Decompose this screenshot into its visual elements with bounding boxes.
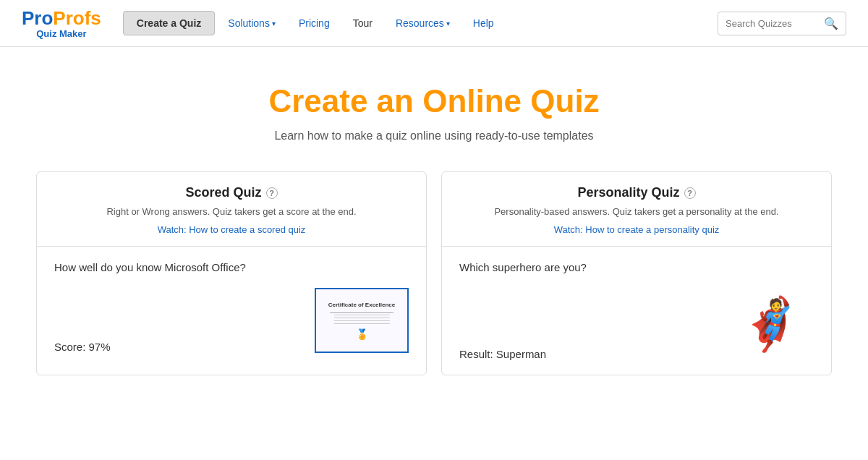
scored-preview: Score: 97% Certificate of Excellence 🏅 bbox=[54, 288, 409, 353]
help-nav[interactable]: Help bbox=[463, 12, 504, 35]
personality-question: Which superhero are you? bbox=[459, 261, 814, 273]
create-quiz-button[interactable]: Create a Quiz bbox=[123, 11, 215, 35]
resources-nav[interactable]: Resources ▾ bbox=[386, 12, 460, 35]
hero-section: Create an Online Quiz Learn how to make … bbox=[0, 47, 868, 171]
solutions-nav[interactable]: Solutions ▾ bbox=[218, 12, 286, 35]
certificate-image: Certificate of Excellence 🏅 bbox=[315, 288, 409, 353]
scored-card-body: How well do you know Microsoft Office? S… bbox=[37, 247, 426, 367]
cert-line-1 bbox=[334, 315, 390, 315]
tour-nav[interactable]: Tour bbox=[343, 12, 383, 35]
hero-title: Create an Online Quiz bbox=[14, 83, 854, 119]
cert-line-2 bbox=[334, 318, 390, 318]
cert-line-4 bbox=[334, 323, 390, 324]
scored-watch-link[interactable]: Watch: How to create a scored quiz bbox=[158, 224, 306, 235]
scored-question: How well do you know Microsoft Office? bbox=[54, 261, 409, 273]
personality-card-body: Which superhero are you? Result: Superma… bbox=[442, 247, 831, 375]
personality-desc: Personality-based answers. Quiz takers g… bbox=[456, 206, 817, 217]
solutions-label: Solutions bbox=[228, 17, 270, 29]
logo-profs: Profs bbox=[53, 7, 101, 29]
scored-card-title: Scored Quiz ? bbox=[51, 185, 412, 200]
header: ProProfs Quiz Maker Create a Quiz Soluti… bbox=[0, 0, 868, 47]
cert-lines bbox=[322, 315, 401, 324]
cert-title-text: Certificate of Excellence bbox=[328, 302, 395, 308]
personality-quiz-card: Personality Quiz ? Personality-based ans… bbox=[441, 171, 832, 375]
scored-score-label: Score: 97% bbox=[54, 341, 111, 353]
scored-help-icon[interactable]: ? bbox=[266, 187, 278, 199]
resources-label: Resources bbox=[396, 17, 444, 29]
search-box[interactable]: 🔍 bbox=[718, 12, 846, 35]
personality-preview: Result: Superman 🦸 bbox=[459, 288, 814, 360]
personality-result-label: Result: Superman bbox=[459, 348, 546, 360]
pricing-nav[interactable]: Pricing bbox=[289, 12, 340, 35]
cert-medal-icon: 🏅 bbox=[356, 328, 368, 340]
scored-title-text: Scored Quiz bbox=[185, 185, 261, 200]
personality-title-text: Personality Quiz bbox=[577, 185, 679, 200]
cards-section: Scored Quiz ? Right or Wrong answers. Qu… bbox=[14, 171, 854, 404]
personality-card-title: Personality Quiz ? bbox=[456, 185, 817, 200]
personality-watch-link[interactable]: Watch: How to create a personality quiz bbox=[554, 224, 720, 235]
search-input[interactable] bbox=[726, 18, 820, 29]
search-icon: 🔍 bbox=[824, 17, 838, 30]
hero-subtitle: Learn how to make a quiz online using re… bbox=[14, 129, 854, 142]
solutions-chevron-icon: ▾ bbox=[272, 20, 276, 27]
superman-image: 🦸 bbox=[727, 288, 814, 360]
logo-subtitle: Quiz Maker bbox=[22, 28, 101, 39]
personality-card-header: Personality Quiz ? Personality-based ans… bbox=[442, 172, 831, 247]
logo-pro: Pro bbox=[22, 7, 53, 29]
scored-quiz-card: Scored Quiz ? Right or Wrong answers. Qu… bbox=[36, 171, 427, 375]
logo[interactable]: ProProfs Quiz Maker bbox=[22, 7, 101, 39]
personality-help-icon[interactable]: ? bbox=[684, 187, 696, 199]
resources-chevron-icon: ▾ bbox=[446, 20, 450, 27]
scored-desc: Right or Wrong answers. Quiz takers get … bbox=[51, 206, 412, 217]
cert-divider bbox=[330, 312, 393, 313]
cert-line-3 bbox=[334, 320, 390, 321]
nav: Create a Quiz Solutions ▾ Pricing Tour R… bbox=[123, 11, 718, 35]
scored-card-header: Scored Quiz ? Right or Wrong answers. Qu… bbox=[37, 172, 426, 247]
